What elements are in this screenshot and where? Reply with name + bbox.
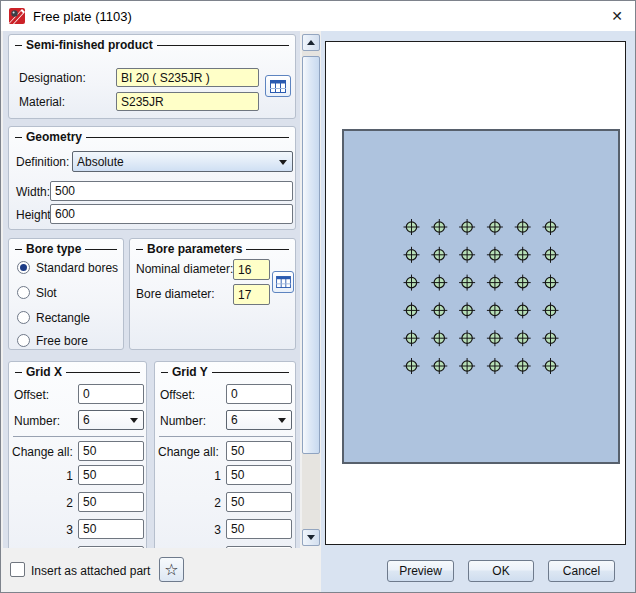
- scrollbar-thumb[interactable]: [302, 56, 320, 454]
- collapse-dash-icon[interactable]: [161, 372, 168, 373]
- preview-button[interactable]: Preview: [387, 560, 454, 582]
- preview-viewport[interactable]: [325, 41, 626, 545]
- grid-x-number-dropdown[interactable]: 6: [78, 410, 144, 430]
- table-icon: [270, 80, 286, 93]
- cancel-button[interactable]: Cancel: [548, 560, 615, 582]
- chevron-down-icon: [279, 160, 287, 165]
- grid-y-number-value: 6: [231, 413, 238, 427]
- group-title: Grid Y: [172, 365, 208, 379]
- scrollbar-down-button[interactable]: [302, 529, 320, 546]
- group-title: Geometry: [26, 130, 82, 144]
- material-field[interactable]: S235JR: [116, 92, 259, 111]
- title-bar[interactable]: Free plate (1103) ✕: [1, 1, 635, 31]
- group-geometry: Geometry Definition: Absolute Width: 500…: [8, 126, 296, 230]
- designation-field[interactable]: BI 20 ( S235JR ): [116, 68, 259, 87]
- grid-y-row-2-label: 2: [155, 496, 221, 510]
- group-title: Bore parameters: [147, 242, 242, 256]
- grid-y-offset-label: Offset:: [160, 388, 195, 402]
- radio-free-bore[interactable]: [17, 334, 30, 347]
- bore-catalog-button[interactable]: [272, 271, 294, 293]
- radio-slot[interactable]: [17, 286, 30, 299]
- panel-scrollbar[interactable]: [302, 34, 320, 546]
- width-label: Width:: [16, 185, 50, 199]
- group-header: Geometry: [15, 130, 289, 144]
- star-icon: ☆: [164, 560, 178, 579]
- width-field[interactable]: 500: [50, 181, 293, 201]
- grid-y-row-1-field[interactable]: 50: [226, 465, 292, 485]
- grid-y-row-4-field-clipped[interactable]: [226, 546, 292, 548]
- bore-diameter-label: Bore diameter:: [136, 287, 215, 301]
- group-semi-finished-product: Semi-finished product Designation: BI 20…: [8, 34, 296, 119]
- collapse-dash-icon[interactable]: [15, 249, 22, 250]
- radio-standard-bores[interactable]: [17, 261, 30, 274]
- insert-as-attached-part-checkbox[interactable]: [10, 562, 25, 577]
- radio-free-bore-label: Free bore: [36, 334, 88, 348]
- designation-label: Designation:: [19, 71, 86, 85]
- grid-x-row-2-label: 2: [9, 496, 73, 510]
- grid-x-row-4-field-clipped[interactable]: [78, 546, 144, 548]
- group-title-rule: [66, 372, 140, 373]
- collapse-dash-icon[interactable]: [15, 137, 22, 138]
- nominal-diameter-label: Nominal diameter:: [136, 262, 233, 276]
- triangle-down-icon: [307, 535, 315, 540]
- grid-x-row-1-field[interactable]: 50: [78, 465, 144, 485]
- grid-y-number-dropdown[interactable]: 6: [226, 410, 292, 430]
- nominal-diameter-field[interactable]: 16: [233, 259, 270, 280]
- group-title: Grid X: [26, 365, 62, 379]
- grid-x-separator: [13, 436, 144, 437]
- grid-y-row-3-field[interactable]: 50: [226, 519, 292, 539]
- grid-x-number-value: 6: [83, 413, 90, 427]
- height-field[interactable]: 600: [50, 204, 293, 224]
- grid-y-change-all-field[interactable]: 50: [226, 441, 292, 461]
- close-icon[interactable]: ✕: [599, 1, 635, 31]
- grid-x-row-2-field[interactable]: 50: [78, 492, 144, 512]
- group-title-rule: [85, 249, 117, 250]
- definition-label: Definition:: [16, 155, 69, 169]
- favorites-star-button[interactable]: ☆: [159, 557, 184, 582]
- grid-y-offset-field[interactable]: 0: [226, 384, 292, 404]
- window-title: Free plate (1103): [33, 9, 132, 24]
- grid-x-row-3-field[interactable]: 50: [78, 519, 144, 539]
- group-header: Bore parameters: [136, 242, 289, 256]
- ok-button[interactable]: OK: [468, 560, 534, 582]
- group-grid-x: Grid X Offset: 0 Number: 6 Change all: 5…: [8, 361, 147, 548]
- semi-product-catalog-button[interactable]: [265, 75, 291, 97]
- definition-dropdown[interactable]: Absolute: [72, 151, 293, 172]
- plate: [342, 129, 620, 464]
- collapse-dash-icon[interactable]: [136, 249, 143, 250]
- parameter-panel: Semi-finished product Designation: BI 20…: [3, 31, 300, 548]
- scrollbar-up-button[interactable]: [302, 34, 320, 51]
- material-label: Material:: [19, 95, 65, 109]
- radio-rectangle[interactable]: [17, 311, 30, 324]
- grid-y-row-3-label: 3: [155, 523, 221, 537]
- app-icon: [9, 8, 25, 24]
- grid-y-change-all-label: Change all:: [158, 445, 219, 459]
- group-title-rule: [246, 249, 289, 250]
- group-header: Grid X: [15, 365, 140, 379]
- table-icon: [276, 276, 291, 288]
- definition-value: Absolute: [77, 155, 124, 169]
- group-header: Bore type: [15, 242, 117, 256]
- radio-slot-label: Slot: [36, 286, 57, 300]
- height-label: Height:: [16, 208, 54, 222]
- grid-x-offset-label: Offset:: [14, 388, 49, 402]
- group-header: Semi-finished product: [15, 38, 289, 52]
- group-header: Grid Y: [161, 365, 289, 379]
- group-title: Bore type: [26, 242, 81, 256]
- radio-rectangle-label: Rectangle: [36, 311, 90, 325]
- group-bore-parameters: Bore parameters Nominal diameter: 16 Bor…: [129, 238, 296, 350]
- grid-x-change-all-field[interactable]: 50: [78, 441, 144, 461]
- triangle-up-icon: [307, 40, 315, 45]
- group-title-rule: [157, 45, 289, 46]
- collapse-dash-icon[interactable]: [15, 45, 22, 46]
- grid-y-row-2-field[interactable]: 50: [226, 492, 292, 512]
- chevron-down-icon: [278, 418, 286, 423]
- grid-x-offset-field[interactable]: 0: [78, 384, 144, 404]
- free-plate-dialog: Free plate (1103) ✕ Semi-finished produc…: [0, 0, 636, 593]
- insert-as-attached-part-label: Insert as attached part: [31, 564, 150, 578]
- group-title: Semi-finished product: [26, 38, 153, 52]
- bore-diameter-field[interactable]: 17: [233, 284, 270, 305]
- group-title-rule: [86, 137, 289, 138]
- collapse-dash-icon[interactable]: [15, 372, 22, 373]
- grid-x-row-3-label: 3: [9, 523, 73, 537]
